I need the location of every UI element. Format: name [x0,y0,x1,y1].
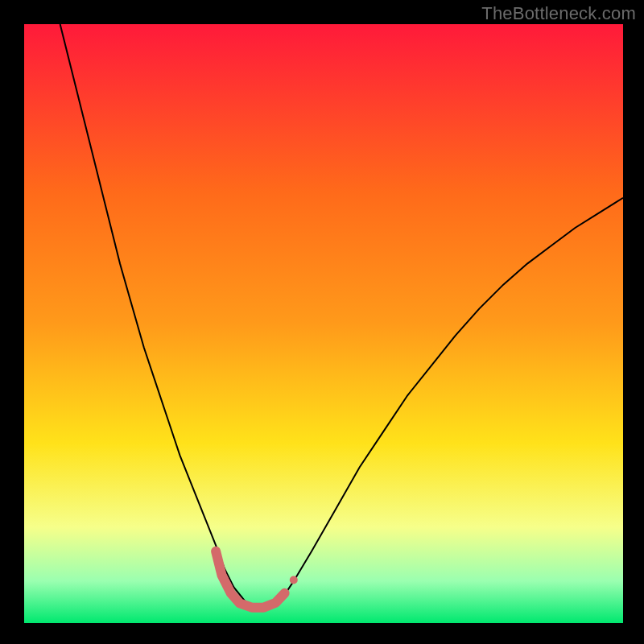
bottleneck-chart [0,0,644,644]
highlight-dot [290,576,298,584]
watermark-label: TheBottleneck.com [481,3,636,24]
chart-container: TheBottleneck.com [0,0,644,644]
plot-background [24,24,623,623]
